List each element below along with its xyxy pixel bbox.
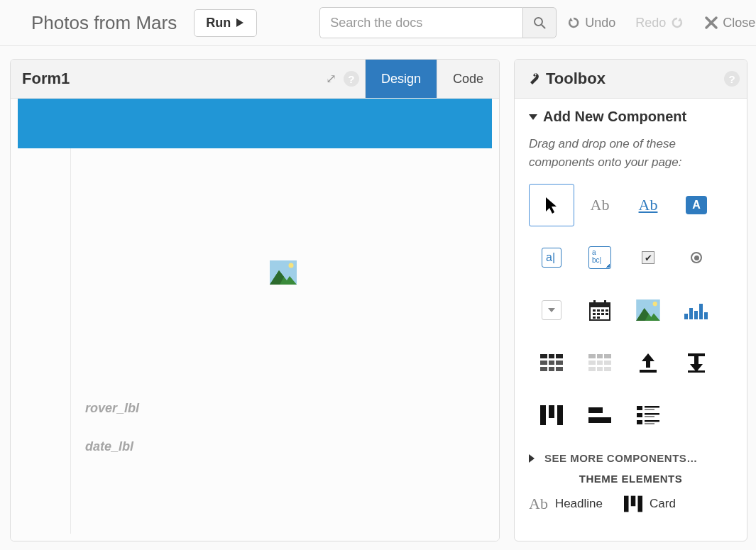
form-title: Form1 [22,70,70,88]
theme-headline[interactable]: Ab Headline [529,495,603,513]
component-filedownload[interactable] [674,341,719,384]
component-datagrid-dark[interactable] [529,341,574,384]
component-textbox[interactable]: a| [529,236,574,279]
svg-rect-40 [688,370,705,373]
search-icon [533,16,546,29]
svg-rect-47 [645,406,659,408]
download-icon [686,352,707,373]
component-link[interactable]: Ab [625,184,671,226]
svg-rect-49 [637,413,642,417]
svg-rect-57 [638,496,643,512]
svg-rect-24 [694,311,698,319]
component-textarea[interactable]: abc| [577,236,623,279]
top-actions: Undo Redo Close [566,16,755,31]
component-grid: Ab Ab A a| abc| ✔ [529,184,733,436]
svg-rect-50 [645,413,659,415]
component-datepicker[interactable] [577,289,623,331]
svg-rect-28 [540,361,563,365]
undo-label: Undo [585,16,615,31]
component-datagrid-light[interactable] [577,341,623,384]
toolbox-header: Toolbox ? [515,60,747,99]
datagrid-light-icon [588,354,611,371]
svg-rect-11 [597,309,600,312]
svg-rect-31 [554,354,556,371]
search-input[interactable] [319,7,522,38]
close-button[interactable]: Close [704,16,755,31]
form-panel: Form1 ⤢ ? Design Code rover_lbl date_lbl [10,59,500,541]
svg-rect-10 [593,309,596,312]
app-title: Photos from Mars [31,12,177,34]
svg-rect-33 [588,361,611,365]
svg-rect-13 [606,309,608,312]
toolbox-help-icon[interactable]: ? [724,71,740,87]
component-label[interactable]: Ab [577,184,623,226]
svg-rect-8 [593,300,596,305]
svg-rect-16 [601,313,604,315]
section-add-new[interactable]: Add New Component [529,109,733,125]
svg-rect-29 [540,367,563,371]
expand-icon[interactable]: ⤢ [326,71,336,87]
toolbox-hint: Drag and drop one of these components on… [529,135,733,171]
component-fileupload[interactable] [625,341,671,384]
redo-button[interactable]: Redo [635,16,684,31]
theme-card[interactable]: Card [624,495,676,512]
date-label[interactable]: date_lbl [85,439,133,454]
component-row-panel[interactable] [577,394,623,436]
undo-button[interactable]: Undo [566,16,615,31]
toolbox-panel: Toolbox ? Add New Component Drag and dro… [514,59,747,541]
textbox-icon: a| [542,248,561,268]
svg-rect-30 [547,354,549,371]
search-button[interactable] [522,7,557,38]
svg-rect-45 [588,417,611,423]
upload-icon [637,352,659,373]
headline-icon: Ab [529,495,548,513]
tab-code[interactable]: Code [437,60,499,98]
svg-rect-35 [596,354,597,371]
svg-rect-41 [540,405,546,425]
banner-component[interactable] [18,99,492,148]
component-image[interactable] [625,289,671,331]
dropdown-icon [542,300,561,320]
close-icon [704,16,718,30]
image-placeholder-icon[interactable] [270,260,297,285]
rover-label[interactable]: rover_lbl [85,401,139,416]
component-checkbox[interactable]: ✔ [625,236,671,279]
theme-elements-title: THEME ELEMENTS [529,473,733,485]
component-plot[interactable] [674,289,719,331]
component-radio[interactable] [674,236,719,279]
theme-headline-label: Headline [555,497,603,511]
undo-icon [566,16,581,30]
toolbox-title: Toolbox [546,70,606,88]
run-label: Run [206,16,231,31]
svg-rect-51 [645,416,654,417]
svg-rect-15 [597,313,600,315]
svg-rect-22 [684,314,688,319]
design-canvas[interactable]: rover_lbl date_lbl [11,99,499,541]
radio-icon [691,252,702,263]
see-more-components[interactable]: SEE MORE COMPONENTS… [529,452,733,464]
component-list-panel[interactable] [625,394,671,436]
checkbox-icon: ✔ [642,251,654,264]
plot-icon [684,301,708,319]
svg-rect-56 [631,496,636,507]
svg-rect-18 [593,317,596,319]
component-pointer[interactable] [529,184,574,226]
svg-rect-26 [704,312,708,319]
component-column-panel[interactable] [529,394,574,436]
svg-line-1 [542,25,545,28]
svg-rect-9 [604,300,606,305]
svg-rect-19 [597,317,600,319]
svg-rect-39 [694,356,699,365]
play-icon [235,18,245,28]
help-icon[interactable]: ? [344,71,359,87]
search-box [319,7,557,38]
component-button[interactable]: A [674,184,719,226]
component-dropdown[interactable] [529,289,574,331]
svg-rect-54 [645,423,654,424]
form-panel-header: Form1 ⤢ ? Design Code [11,60,499,99]
tab-design[interactable]: Design [365,60,437,98]
run-button[interactable]: Run [194,9,257,37]
svg-rect-34 [588,367,611,371]
toolbox-body: Add New Component Drag and drop one of t… [515,99,747,541]
see-more-label: SEE MORE COMPONENTS… [544,452,698,464]
